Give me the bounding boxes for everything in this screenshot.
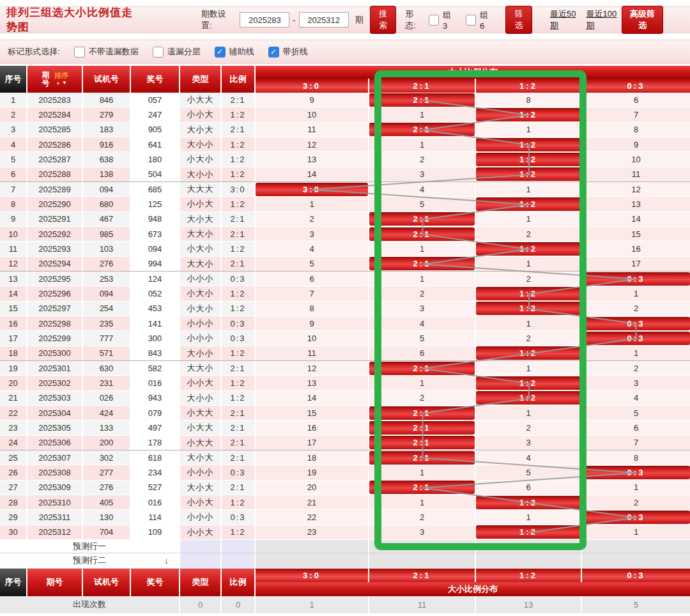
table-row[interactable]: 102025292985673大大小2:132:1215 — [0, 227, 690, 242]
table-row[interactable]: 142025296094052小大小1:2721:21 — [0, 286, 690, 301]
table-row[interactable]: 32025285183905大小大2:1112:118 — [0, 123, 690, 137]
cell-ratio: 2:1 — [222, 93, 256, 107]
table-row[interactable]: 52025287638180小大小1:21321:210 — [0, 152, 690, 167]
table-row[interactable]: 222025304424079小大大2:1152:115 — [0, 406, 690, 420]
group3-checkbox[interactable] — [429, 15, 439, 26]
table-row[interactable]: 22025284279247小小大1:21011:27 — [0, 107, 690, 122]
prediction-ratio-cell[interactable] — [222, 540, 256, 553]
cell-test-number: 846 — [83, 93, 131, 107]
cell-period: 2025283 — [27, 93, 83, 107]
cell-type: 小小小 — [180, 316, 222, 330]
mark-option-3[interactable]: ✓辅助线 — [215, 46, 254, 58]
omission-count: 1 — [582, 481, 690, 495]
prediction-type-cell[interactable] — [180, 553, 222, 568]
table-row[interactable]: 112025293103094小大小1:2411:216 — [0, 242, 690, 256]
search-button[interactable]: 搜索 — [370, 6, 397, 34]
omission-count: 2 — [369, 152, 476, 166]
omission-count: 12 — [582, 182, 690, 196]
ratio-marker: 2:1 — [369, 93, 475, 107]
ratio-marker: 1:2 — [476, 242, 581, 256]
prediction-ratio-cell[interactable] — [222, 553, 256, 568]
table-row[interactable]: 232025305133497小大大2:1162:126 — [0, 420, 690, 435]
table-row[interactable]: 82025290680125小小大1:2151:213 — [0, 197, 690, 212]
prediction-down-arrow-icon[interactable]: ↓ — [164, 555, 169, 566]
cell-ratio: 1:2 — [222, 391, 256, 405]
omission-count: 13 — [256, 152, 369, 166]
omission-count: 22 — [256, 510, 369, 524]
table-row[interactable]: 262025308277234小小小0:319150:3 — [0, 465, 690, 480]
table-row[interactable]: 302025312704109小小大1:22331:21 — [0, 525, 690, 540]
omission-count: 1 — [476, 257, 582, 271]
cell-test-number: 302 — [83, 450, 131, 465]
table-row[interactable]: 172025299777300小小小0:310520:3 — [0, 331, 690, 346]
advanced-filter-button[interactable]: 高级筛选 — [622, 6, 663, 34]
cell-test-number: 026 — [83, 391, 131, 405]
ratio-marker: 0:3 — [582, 332, 690, 345]
table-row[interactable]: 42025286916641大小小1:21211:29 — [0, 137, 690, 152]
ratio-marker: 1:2 — [476, 346, 581, 360]
table-row[interactable]: 192025301630582大大小2:1122:112 — [0, 361, 690, 376]
ratio-marker-cell: 2:1 — [369, 450, 476, 465]
table-row[interactable]: 212025303026943大小小1:21421:24 — [0, 391, 690, 406]
prediction-row-1[interactable]: 预测行一 — [0, 540, 690, 553]
table-row[interactable]: 12025283846057小大大2:192:186 — [0, 93, 690, 107]
table-row[interactable]: 122025294276994大大小2:152:1117 — [0, 257, 690, 272]
header-period-sort[interactable]: 期号 排序 ▲▼ — [27, 66, 83, 93]
cell-index: 19 — [0, 361, 27, 375]
omission-count: 1 — [369, 465, 476, 479]
group6-checkbox[interactable] — [466, 15, 476, 26]
recent-100-link[interactable]: 最近100期 — [586, 8, 622, 31]
table-row[interactable]: 242025306200178小大大2:1172:137 — [0, 436, 690, 450]
table-row[interactable]: 272025309276527大小大2:1202:161 — [0, 481, 690, 495]
checkbox-icon[interactable] — [74, 47, 85, 58]
mark-option-2[interactable]: 遗漏分层 — [153, 46, 201, 58]
table-row[interactable]: 162025298235141小小小0:39410:3 — [0, 316, 690, 331]
cell-prize-number: 124 — [131, 272, 180, 286]
table-row[interactable]: 202025302231016小小大1:21311:23 — [0, 376, 690, 390]
cell-period: 2025296 — [27, 286, 83, 300]
cell-test-number: 680 — [83, 197, 131, 211]
cell-ratio: 1:2 — [222, 286, 256, 300]
table-row[interactable]: 252025307302618大小大2:1182:148 — [0, 450, 690, 465]
sort-down-icon[interactable]: ▼ — [62, 80, 67, 86]
ratio-marker: 2:1 — [369, 451, 475, 465]
cell-ratio: 2:1 — [222, 123, 256, 137]
checkbox-icon[interactable] — [153, 47, 164, 58]
ratio-marker: 2:1 — [369, 212, 475, 226]
cell-ratio: 1:2 — [222, 302, 256, 316]
table-row[interactable]: 282025310405016小小大1:22111:22 — [0, 495, 690, 510]
table-row[interactable]: 132025295253124小小小0:36120:3 — [0, 272, 690, 286]
ratio-marker: 1:2 — [476, 391, 581, 404]
mark-option-1[interactable]: 不带遗漏数据 — [74, 46, 139, 58]
sort-up-icon[interactable]: ▲ — [56, 80, 61, 86]
checkbox-checked-icon[interactable]: ✓ — [268, 47, 279, 58]
table-row[interactable]: 62025288138504大小小1:21431:211 — [0, 167, 690, 182]
period-to-input[interactable] — [299, 12, 349, 27]
cell-ratio: 2:1 — [222, 436, 256, 450]
cell-prize-number: 114 — [131, 510, 180, 524]
mark-option-label: 遗漏分层 — [167, 46, 201, 58]
period-dash: - — [293, 15, 295, 25]
omission-count: 3 — [582, 376, 690, 390]
omission-count: 1 — [369, 495, 476, 509]
omission-count: 4 — [369, 316, 476, 330]
table-row[interactable]: 72025289094685大大大3:03:04112 — [0, 182, 690, 197]
checkbox-checked-icon[interactable]: ✓ — [215, 47, 226, 58]
cell-ratio: 2:1 — [222, 406, 256, 420]
cell-prize-number: 300 — [131, 331, 180, 345]
prediction-row-2[interactable]: 预测行二 ↓ — [0, 553, 690, 569]
table-row[interactable]: 92025291467948大小大2:122:1114 — [0, 212, 690, 227]
table-row[interactable]: 182025300571843大小小1:21161:21 — [0, 346, 690, 361]
header-index: 序号 — [0, 66, 27, 93]
filter-button[interactable]: 筛选 — [505, 6, 532, 34]
mark-option-4[interactable]: ✓带折线 — [268, 46, 308, 58]
table-row[interactable]: 152025297254453小大小1:2831:22 — [0, 302, 690, 316]
recent-50-link[interactable]: 最近50期 — [550, 8, 581, 31]
omission-count: 6 — [582, 420, 690, 435]
period-from-input[interactable] — [240, 12, 289, 27]
sort-widget[interactable]: 排序 ▲▼ — [54, 72, 68, 86]
ratio-marker: 2:1 — [369, 421, 475, 435]
cell-test-number: 277 — [83, 465, 131, 479]
table-row[interactable]: 292025311130114小小小0:322210:3 — [0, 510, 690, 525]
prediction-type-cell[interactable] — [180, 540, 222, 553]
